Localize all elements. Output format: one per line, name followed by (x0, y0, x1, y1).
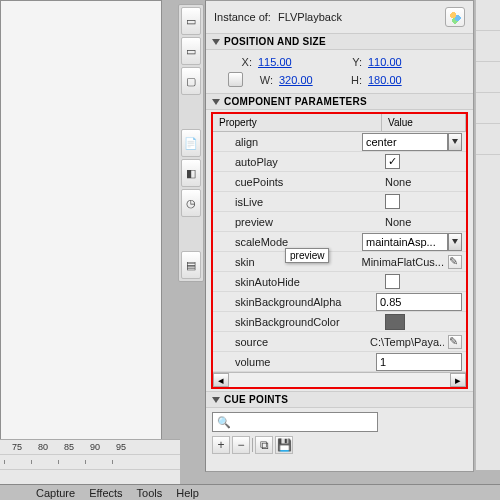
row-skinautohide[interactable]: skinAutoHide (213, 272, 466, 292)
row-preview[interactable]: preview None (213, 212, 466, 232)
pos-y-value[interactable]: 110.00 (368, 56, 402, 68)
menu-help[interactable]: Help (176, 487, 199, 499)
row-skinbgcolor[interactable]: skinBackgroundColor (213, 312, 466, 332)
row-skin[interactable]: skin MinimaFlatCus... (213, 252, 466, 272)
skinbgalpha-input[interactable] (376, 293, 462, 311)
edit-icon[interactable] (448, 335, 462, 349)
pos-h-value[interactable]: 180.00 (368, 74, 402, 86)
instance-row: Instance of: FLVPlayback (206, 1, 473, 33)
tool-clock-icon[interactable]: ◷ (181, 189, 201, 217)
chevron-down-icon (212, 397, 220, 403)
col-value[interactable]: Value (382, 114, 466, 131)
remove-button[interactable]: − (232, 436, 250, 454)
add-button[interactable]: + (212, 436, 230, 454)
tool-swatch-icon[interactable]: ◧ (181, 159, 201, 187)
col-property[interactable]: Property (213, 114, 382, 131)
row-autoplay[interactable]: autoPlay ✓ (213, 152, 466, 172)
right-gutter (475, 0, 500, 470)
pos-w: W:320.00 (228, 70, 338, 89)
scroll-left-icon[interactable]: ◂ (213, 373, 229, 387)
row-volume[interactable]: volume (213, 352, 466, 372)
tool-btn-3[interactable]: ▢ (181, 67, 201, 95)
component-params-table: Property Value align autoPlay ✓ cuePoint… (211, 112, 468, 389)
swap-symbol-icon[interactable] (445, 7, 465, 27)
islive-checkbox[interactable] (385, 194, 400, 209)
skinautohide-checkbox[interactable] (385, 274, 400, 289)
pos-x-value[interactable]: 115.00 (258, 56, 292, 68)
source-value: C:\Temp\Paya... (370, 336, 444, 348)
scroll-right-icon[interactable]: ▸ (450, 373, 466, 387)
pos-x: X:115.00 (228, 54, 338, 70)
pos-h: H:180.00 (338, 70, 448, 89)
autoplay-checkbox[interactable]: ✓ (385, 154, 400, 169)
align-value[interactable] (362, 133, 448, 151)
tool-library-icon[interactable]: 📄 (181, 129, 201, 157)
instance-of-value: FLVPlayback (278, 11, 342, 23)
section-position-size[interactable]: POSITION AND SIZE (206, 33, 473, 50)
preview-value: None (385, 216, 411, 228)
section-title: CUE POINTS (224, 394, 288, 405)
import-icon[interactable]: ⧉ (255, 436, 273, 454)
tool-folder-icon[interactable]: ▤ (181, 251, 201, 279)
row-align[interactable]: align (213, 132, 466, 152)
chevron-down-icon (212, 99, 220, 105)
section-title: POSITION AND SIZE (224, 36, 326, 47)
dropdown-arrow-icon[interactable] (448, 233, 462, 251)
cuepoints-value: None (385, 176, 411, 188)
timeline-ruler[interactable]: 75 80 85 90 95 (0, 440, 180, 455)
skin-value: MinimaFlatCus... (361, 256, 444, 268)
tooltip: preview (285, 248, 329, 263)
app-root: ▭ ▭ ▢ 📄 ◧ ◷ ▤ Instance of: FLVPlayback P… (0, 0, 500, 500)
edit-icon[interactable] (448, 255, 462, 269)
pos-y: Y:110.00 (338, 54, 448, 70)
chevron-down-icon (212, 39, 220, 45)
tool-btn-2[interactable]: ▭ (181, 37, 201, 65)
scalemode-value[interactable] (362, 233, 448, 251)
volume-input[interactable] (376, 353, 462, 371)
properties-panel: Instance of: FLVPlayback POSITION AND SI… (205, 0, 474, 472)
search-input[interactable]: 🔍 (212, 412, 378, 432)
position-size-grid: X:115.00 Y:110.00 W:320.00 H:180.00 (206, 50, 473, 93)
section-title: COMPONENT PARAMETERS (224, 96, 367, 107)
table-header: Property Value (213, 114, 466, 132)
menu-effects[interactable]: Effects (89, 487, 122, 499)
color-swatch[interactable] (385, 314, 405, 330)
row-cuepoints[interactable]: cuePoints None (213, 172, 466, 192)
menu-tools[interactable]: Tools (137, 487, 163, 499)
pos-w-value[interactable]: 320.00 (279, 74, 313, 86)
align-dropdown[interactable] (362, 133, 462, 151)
dropdown-arrow-icon[interactable] (448, 133, 462, 151)
row-source[interactable]: source C:\Temp\Paya... (213, 332, 466, 352)
menu-capture[interactable]: Capture (36, 487, 75, 499)
section-component-params[interactable]: COMPONENT PARAMETERS (206, 93, 473, 110)
status-bar: Capture Effects Tools Help (0, 484, 500, 500)
cue-search-row: 🔍 (212, 412, 467, 432)
h-scrollbar[interactable]: ◂ ▸ (213, 372, 466, 387)
stage-canvas[interactable] (0, 0, 162, 442)
instance-of-label: Instance of: (214, 11, 271, 23)
left-toolbar: ▭ ▭ ▢ 📄 ◧ ◷ ▤ (178, 4, 204, 282)
row-scalemode[interactable]: scaleMode (213, 232, 466, 252)
timeline[interactable]: 75 80 85 90 95 (0, 439, 180, 485)
search-icon: 🔍 (217, 416, 231, 429)
save-icon[interactable]: 💾 (275, 436, 293, 454)
cue-toolbar: + − ⧉ 💾 (212, 436, 467, 454)
tool-btn-1[interactable]: ▭ (181, 7, 201, 35)
link-icon[interactable] (228, 72, 243, 87)
row-skinbgalpha[interactable]: skinBackgroundAlpha (213, 292, 466, 312)
scalemode-dropdown[interactable] (362, 233, 462, 251)
section-cue-points[interactable]: CUE POINTS (206, 391, 473, 408)
row-islive[interactable]: isLive (213, 192, 466, 212)
